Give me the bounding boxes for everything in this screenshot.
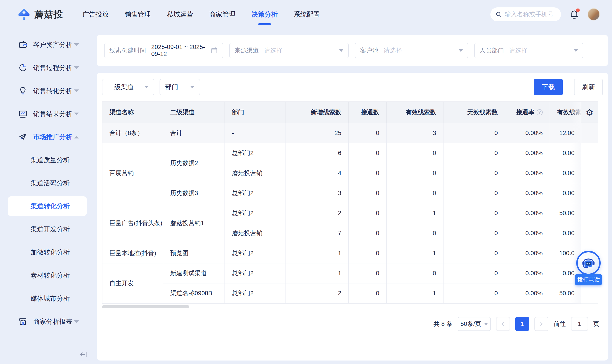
download-button[interactable]: 下载 (534, 79, 563, 95)
page-number-active[interactable]: 1 (515, 317, 529, 331)
calendar-icon (211, 47, 218, 54)
sidebar-item-material-conversion[interactable]: 素材转化分析 (0, 264, 95, 287)
dept-select[interactable]: 部门 (160, 79, 200, 95)
sidebar-item-label: 素材转化分析 (30, 271, 70, 280)
table-row: 百度营销 历史数据2 总部门2 6 0 0 0 0.00% 0.00 (102, 143, 582, 163)
chevron-down-icon (190, 86, 194, 88)
user-avatar[interactable] (588, 8, 600, 20)
sidebar: 客户资产分析 销售过程分析 销售转化分析 (0, 29, 95, 364)
pie-chart-icon (18, 63, 27, 72)
col-invalid-leads: 无效线索数 (443, 102, 505, 123)
sidebar-group-customer-assets[interactable]: 客户资产分析 (0, 33, 95, 56)
source-channel-filter[interactable]: 来源渠道 请选择 (229, 43, 349, 58)
sidebar-item-label: 加微转化分析 (30, 248, 70, 257)
cell: 0 (443, 283, 505, 303)
table-row: 巨量本地推(抖音) 预览图 总部门2 1 0 1 0 0.00% 100.0 (102, 243, 582, 263)
page-unit-label: 页 (593, 320, 599, 328)
topnav-sales-management[interactable]: 销售管理 (125, 10, 151, 19)
horizontal-scrollbar-thumb[interactable] (102, 305, 189, 308)
page-size-select[interactable]: 50条/页 (458, 317, 491, 331)
sidebar-collapse-icon[interactable] (79, 350, 88, 359)
cell: 0 (386, 163, 443, 183)
col-new-leads: 新增线索数 (285, 102, 349, 123)
sidebar-item-channel-quality[interactable]: 渠道质量分析 (0, 148, 95, 171)
search-icon (495, 11, 502, 18)
cell: 合计 (163, 123, 225, 143)
table-card: 二级渠道 部门 下载 刷新 渠道名称 二级渠道 (97, 73, 608, 361)
prev-page-button[interactable] (496, 317, 510, 331)
sidebar-item-wechat-conversion[interactable]: 加微转化分析 (0, 241, 95, 264)
cell: 7 (285, 223, 349, 243)
cell-sub: 历史数据3 (163, 183, 225, 203)
cell: 总部门2 (225, 203, 285, 223)
column-settings-icon[interactable]: ⚙ (581, 102, 598, 123)
sidebar-item-label: 渠道活码分析 (30, 179, 70, 188)
chevron-down-icon (574, 49, 578, 52)
notifications-button[interactable] (569, 9, 579, 19)
search-input[interactable] (505, 11, 557, 18)
cell: 0 (443, 263, 505, 283)
notification-badge (576, 9, 580, 12)
personnel-dept-filter[interactable]: 人员部门 请选择 (474, 43, 583, 58)
chevron-down-icon (144, 86, 149, 88)
chevron-down-icon (339, 49, 343, 52)
topnav-merchant-management[interactable]: 商家管理 (209, 10, 235, 19)
cell: 25 (285, 123, 349, 143)
col-connected: 接通数 (349, 102, 386, 123)
chevron-down-icon (74, 113, 79, 115)
dept-filter-label: 人员部门 (479, 46, 504, 55)
topnav-ad-delivery[interactable]: 广告投放 (82, 10, 109, 19)
horizontal-scrollbar (102, 305, 598, 308)
sidebar-group-label: 销售结果分析 (33, 109, 72, 118)
goto-page-input[interactable] (571, 317, 588, 331)
cell: 1 (285, 243, 349, 263)
cell: 总部门2 (225, 263, 285, 283)
sidebar-item-channel-development[interactable]: 渠道开发分析 (0, 218, 95, 241)
cell: 50.00 (550, 283, 582, 303)
pool-filter-placeholder: 请选择 (384, 46, 402, 55)
source-filter-label: 来源渠道 (234, 46, 259, 55)
topnav-private-domain[interactable]: 私域运营 (167, 10, 193, 19)
sidebar-item-channel-conversion[interactable]: 渠道转化分析 (0, 195, 95, 218)
sidebar-group-market-promotion[interactable]: 市场推广分析 (0, 125, 95, 148)
next-page-button[interactable] (534, 317, 548, 331)
chevron-down-icon (74, 43, 79, 46)
cell-sub: 预览图 (163, 243, 225, 263)
customer-pool-filter[interactable]: 客户池 请选择 (355, 43, 468, 58)
cell: 0.00% (505, 283, 550, 303)
dept-select-label: 部门 (165, 83, 178, 92)
global-search[interactable] (490, 7, 561, 21)
cell: 3 (386, 123, 443, 143)
page-size-label: 50条/页 (461, 320, 481, 328)
help-icon[interactable]: ? (537, 109, 543, 115)
main-content: 线索创建时间 2025-09-01 ~ 2025-09-12 来源渠道 请选择 … (97, 29, 608, 364)
table-toolbar: 二级渠道 部门 下载 刷新 (102, 79, 603, 95)
cell: 3 (285, 183, 349, 203)
paper-plane-icon (18, 132, 27, 142)
refresh-button[interactable]: 刷新 (574, 79, 603, 95)
sidebar-item-channel-livecode[interactable]: 渠道活码分析 (0, 171, 95, 195)
topnav-decision-analysis[interactable]: 决策分析 (252, 10, 278, 19)
date-range-filter[interactable]: 线索创建时间 2025-09-01 ~ 2025-09-12 (104, 43, 223, 58)
sidebar-group-sales-process[interactable]: 销售过程分析 (0, 56, 95, 79)
top-bar: 蘑菇投 广告投放 销售管理 私域运营 商家管理 决策分析 系统配置 (0, 0, 612, 29)
cell: 0 (443, 163, 505, 183)
table-row: 自主开发 新建测试渠道 总部门2 1 0 0 0 0.00% 0.00 (102, 263, 582, 283)
cell: 0 (349, 243, 386, 263)
sidebar-group-sales-results[interactable]: 销售结果分析 (0, 102, 95, 125)
sidebar-item-label: 渠道转化分析 (30, 202, 70, 211)
cell: 总部门2 (225, 283, 285, 303)
secondary-channel-select[interactable]: 二级渠道 (102, 79, 154, 95)
sidebar-group-sales-conversion[interactable]: 销售转化分析 (0, 79, 95, 102)
cell: 0.00 (550, 163, 582, 183)
cell: 0.00% (505, 123, 550, 143)
sidebar-item-media-city[interactable]: 媒体城市分析 (0, 287, 95, 310)
topnav-system-config[interactable]: 系统配置 (294, 10, 320, 19)
dept-filter-placeholder: 请选择 (509, 46, 528, 55)
sidebar-group-label: 商家分析报表 (33, 317, 72, 326)
cell: 2 (285, 203, 349, 223)
cell: 0.00% (505, 203, 550, 223)
call-assistant-button[interactable]: 拨打电话 (575, 251, 602, 286)
cell-sub: 渠道名称0908B (163, 283, 225, 303)
sidebar-group-merchant-reports[interactable]: 商家分析报表 (0, 310, 95, 333)
